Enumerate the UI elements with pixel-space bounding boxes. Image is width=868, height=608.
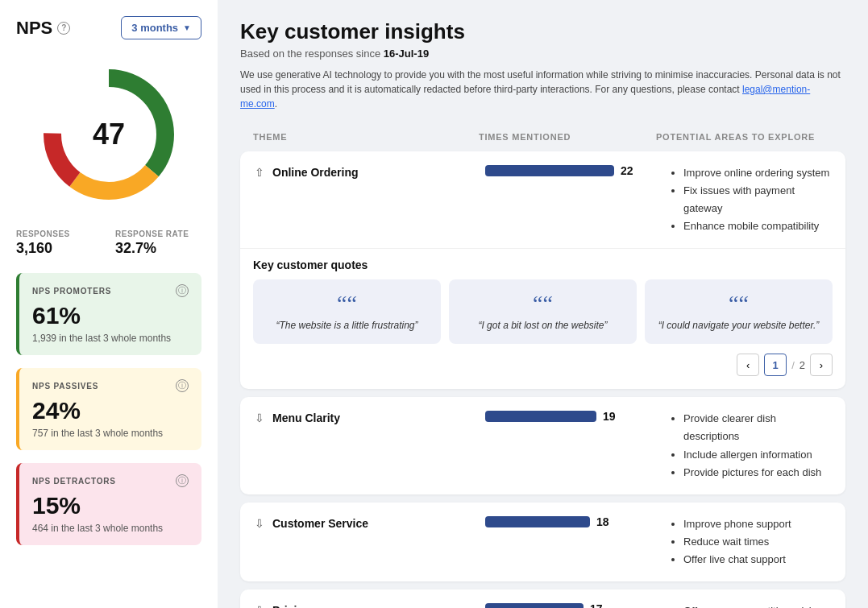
quotes-title: Key customer quotes [253, 259, 833, 271]
areas-cell: Improve phone supportReduce wait timesOf… [669, 515, 833, 569]
mentions-bar [485, 411, 596, 422]
subtitle-date: 16-Jul-19 [384, 48, 429, 60]
mentions-cell: 18 [485, 515, 662, 528]
pagination: ‹ 1 / 2 › [253, 354, 833, 376]
expand-theme-button[interactable]: ⇩ [253, 515, 266, 531]
col-mentions: TIMES MENTIONED [479, 132, 656, 142]
col-theme: THEME [253, 132, 479, 142]
mentions-count: 17 [590, 602, 603, 608]
theme-name-cell: ⇩ Pricing [253, 602, 479, 608]
responses-label: RESPONSES [16, 230, 102, 238]
response-rate-value: 32.7% [115, 240, 201, 257]
passives-sub: 757 in the last 3 whole months [32, 428, 189, 439]
left-panel: NPS ? 3 months ▼ 47 RESPONSES 3,160 [0, 0, 218, 608]
area-item: Fix issues with payment gateway [683, 182, 833, 217]
quote-card: ““ “The website is a little frustrating” [253, 279, 441, 344]
quote-mark-icon: ““ [656, 292, 821, 315]
promoters-title: NPS PROMOTERS [32, 287, 111, 296]
expand-theme-button[interactable]: ⇩ [253, 410, 266, 426]
quote-card: ““ “I could navigate your website better… [645, 279, 833, 344]
areas-list: Offer more competitive pricingProvide di… [669, 602, 833, 608]
col-areas: POTENTIAL AREAS TO EXPLORE [656, 132, 833, 142]
quote-text: “The website is a little frustrating” [264, 320, 430, 331]
response-rate-label: RESPONSE RATE [115, 230, 201, 238]
mentions-count: 22 [621, 164, 633, 177]
passives-pct: 24% [32, 397, 189, 424]
quote-card: ““ “I got a bit lost on the website” [449, 279, 637, 344]
right-panel: Key customer insights Based on the respo… [218, 0, 868, 608]
quote-text: “I got a bit lost on the website” [460, 320, 625, 331]
area-item: Provide pictures for each dish [683, 464, 833, 482]
donut-value: 47 [93, 118, 125, 151]
mentions-bar [485, 603, 584, 608]
next-page-button[interactable]: › [810, 354, 833, 376]
area-item: Provide clearer dish descriptions [683, 410, 833, 445]
mentions-cell: 22 [485, 164, 662, 177]
passives-card-header: NPS PASSIVES ⓘ [32, 379, 189, 392]
theme-name: Customer Service [272, 517, 368, 530]
detractors-pct: 15% [32, 492, 189, 519]
areas-list: Improve phone supportReduce wait timesOf… [669, 515, 833, 569]
passives-info-icon[interactable]: ⓘ [176, 379, 189, 392]
theme-row: ⇧ Online Ordering 22 Improve online orde… [240, 151, 845, 248]
area-item: Enhance mobile compatibility [683, 217, 833, 235]
promoters-info-icon[interactable]: ⓘ [176, 284, 189, 297]
nps-label: NPS [16, 18, 52, 39]
quote-text: “I could navigate your website better.” [656, 320, 821, 331]
theme-name: Pricing [272, 604, 310, 608]
area-item: Reduce wait times [683, 533, 833, 551]
themes-container: ⇧ Online Ordering 22 Improve online orde… [240, 151, 845, 608]
detractors-card-header: NPS DETRACTORS ⓘ [32, 474, 189, 487]
subtitle-prefix: Based on the responses since [240, 48, 384, 60]
promoters-card-header: NPS PROMOTERS ⓘ [32, 284, 189, 297]
theme-name-cell: ⇧ Online Ordering [253, 164, 479, 180]
quote-mark-icon: ““ [264, 292, 430, 315]
page-1-button[interactable]: 1 [764, 354, 787, 376]
theme-card: ⇧ Online Ordering 22 Improve online orde… [240, 151, 845, 389]
theme-name-cell: ⇩ Menu Clarity [253, 410, 479, 426]
area-item: Offer more competitive pricing [683, 602, 833, 608]
theme-card: ⇩ Menu Clarity 19 Provide clearer dish d… [240, 397, 845, 494]
page-separator: / [791, 359, 795, 371]
months-button[interactable]: 3 months ▼ [121, 16, 201, 39]
theme-name: Menu Clarity [272, 412, 340, 424]
areas-cell: Provide clearer dish descriptionsInclude… [669, 410, 833, 481]
nps-title: NPS ? [16, 18, 70, 39]
page-title: Key customer insights [240, 19, 845, 44]
theme-row: ⇩ Menu Clarity 19 Provide clearer dish d… [240, 397, 845, 494]
areas-cell: Improve online ordering systemFix issues… [669, 164, 833, 235]
area-item: Improve phone support [683, 515, 833, 533]
stats-row: RESPONSES 3,160 RESPONSE RATE 32.7% [16, 226, 201, 260]
quotes-grid: ““ “The website is a little frustrating”… [253, 279, 833, 344]
expand-theme-button[interactable]: ⇧ [253, 164, 266, 180]
theme-card: ⇩ Customer Service 18 Improve phone supp… [240, 503, 845, 581]
disclaimer-text: We use generative AI technology to provi… [240, 68, 845, 111]
prev-page-button[interactable]: ‹ [737, 354, 759, 376]
detractors-sub: 464 in the last 3 whole months [32, 523, 189, 534]
areas-cell: Offer more competitive pricingProvide di… [669, 602, 833, 608]
theme-row: ⇩ Pricing 17 Offer more competitive pric… [240, 589, 845, 608]
donut-chart-container: 47 [16, 56, 201, 213]
areas-list: Improve online ordering systemFix issues… [669, 164, 833, 235]
expand-theme-button[interactable]: ⇩ [253, 602, 266, 608]
theme-card: ⇩ Pricing 17 Offer more competitive pric… [240, 589, 845, 608]
page-subtitle: Based on the responses since 16-Jul-19 [240, 48, 845, 60]
promoters-card: NPS PROMOTERS ⓘ 61% 1,939 in the last 3 … [16, 273, 201, 355]
area-item: Offer live chat support [683, 551, 833, 569]
area-item: Improve online ordering system [683, 164, 833, 182]
months-label: 3 months [131, 22, 178, 34]
donut-chart: 47 [36, 62, 181, 207]
help-icon[interactable]: ? [57, 22, 70, 35]
promoters-sub: 1,939 in the last 3 whole months [32, 333, 189, 344]
promoters-pct: 61% [32, 302, 189, 329]
detractors-title: NPS DETRACTORS [32, 477, 116, 486]
mentions-bar [485, 165, 614, 176]
table-header: THEME TIMES MENTIONED POTENTIAL AREAS TO… [240, 127, 845, 147]
area-item: Include allergen information [683, 446, 833, 464]
detractors-info-icon[interactable]: ⓘ [176, 474, 189, 487]
theme-name-cell: ⇩ Customer Service [253, 515, 479, 531]
nps-header: NPS ? 3 months ▼ [16, 16, 201, 39]
passives-title: NPS PASSIVES [32, 382, 98, 391]
areas-list: Provide clearer dish descriptionsInclude… [669, 410, 833, 481]
response-rate-stat: RESPONSE RATE 32.7% [115, 230, 201, 257]
